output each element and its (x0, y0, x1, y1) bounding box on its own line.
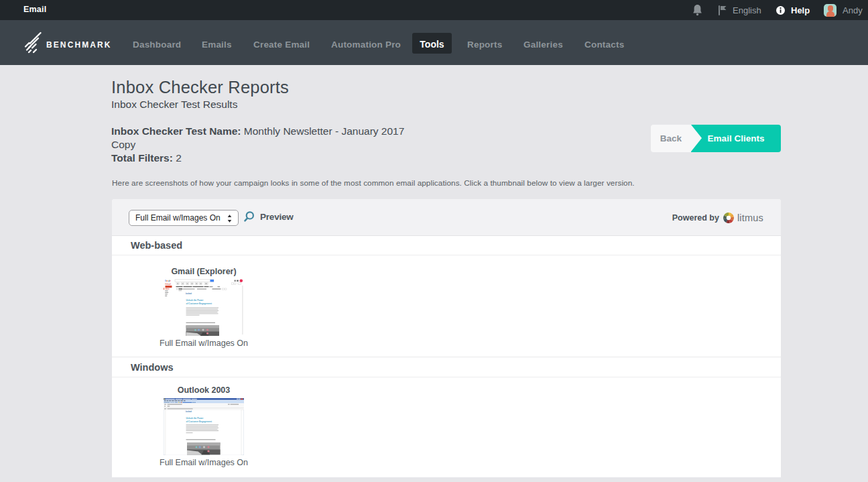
svg-text:Google: Google (165, 280, 171, 282)
svg-text:Inbox: Inbox (165, 288, 170, 290)
svg-text:Unlock the Power: Unlock the Power (186, 298, 204, 302)
svg-text:of Customer Engagement: of Customer Engagement (186, 302, 212, 305)
svg-text:of Customer Engagement: of Customer Engagement (186, 420, 212, 423)
svg-text:benchmark: benchmark (186, 410, 192, 413)
svg-text:Unlock the Power: Unlock the Power (186, 416, 204, 420)
svg-text:benchmark: benchmark (186, 292, 192, 295)
svg-text:Gmail: Gmail (165, 283, 171, 286)
